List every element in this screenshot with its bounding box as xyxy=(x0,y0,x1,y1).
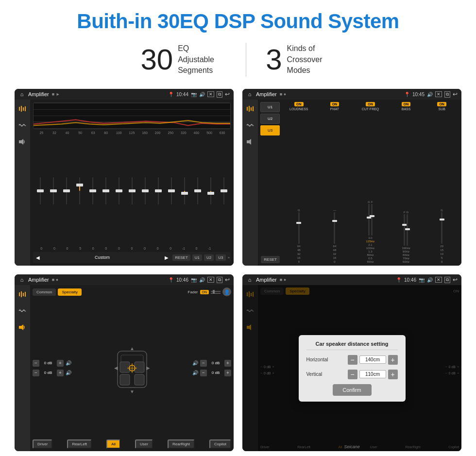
user-btn[interactable]: User xyxy=(135,439,153,449)
eq-slider-2[interactable] xyxy=(60,174,72,208)
specialty-top-bar: Common Specialty Fader ON xyxy=(33,287,231,296)
vol-minus-fr[interactable]: − xyxy=(200,360,207,367)
fader-on[interactable]: ON xyxy=(200,290,209,294)
u1-crossover[interactable]: U1 xyxy=(260,102,280,112)
reset-crossover[interactable]: RESET xyxy=(261,256,280,263)
vol-minus-fl[interactable]: − xyxy=(33,360,39,367)
driver-btn[interactable]: Driver xyxy=(33,439,52,449)
app-label-crossover: Amplifier xyxy=(256,91,277,97)
eq-slider-6[interactable] xyxy=(113,174,125,208)
eq-slider-14[interactable] xyxy=(218,174,230,208)
expand-icon[interactable]: » xyxy=(228,255,230,260)
eq-slider-11[interactable] xyxy=(178,174,190,208)
wave-icon-specialty[interactable] xyxy=(17,305,28,316)
next-btn[interactable]: ▶ xyxy=(163,253,170,261)
rear-right-btn[interactable]: RearRight xyxy=(168,439,195,449)
vertical-minus[interactable]: − xyxy=(348,370,357,379)
specialty-icons-top: ■ ● xyxy=(52,277,58,282)
u3-btn[interactable]: U3 xyxy=(216,254,225,261)
speaker-icon-specialty[interactable] xyxy=(17,322,28,333)
u2-btn[interactable]: U2 xyxy=(204,254,214,261)
speaker-icon-crossover[interactable] xyxy=(245,136,255,147)
svg-rect-17 xyxy=(211,293,221,294)
speaker-fr-icon: 🔊 xyxy=(192,360,198,366)
wave-icon-crossover[interactable] xyxy=(245,120,255,131)
back-icon-crossover[interactable]: ↩ xyxy=(453,91,458,98)
horizontal-plus[interactable]: + xyxy=(388,355,398,365)
u1-btn[interactable]: U1 xyxy=(192,254,202,261)
eq-icon-crossover[interactable] xyxy=(245,103,255,114)
horizontal-label: Horizontal xyxy=(306,357,336,362)
eq-slider-10[interactable] xyxy=(165,174,177,208)
window-icon-specialty[interactable]: ⧉ xyxy=(217,277,222,283)
loudness-on[interactable]: ON xyxy=(294,102,304,106)
back-icon-eq[interactable]: ↩ xyxy=(225,91,230,98)
speaker-icon-left[interactable] xyxy=(17,136,28,147)
phat-on[interactable]: ON xyxy=(330,102,340,106)
copilot-btn[interactable]: Copilot xyxy=(209,439,231,449)
confirm-button[interactable]: Confirm xyxy=(333,384,372,396)
svg-rect-8 xyxy=(251,107,252,111)
crossover-icons: ■ ● xyxy=(280,92,286,97)
eq-icon-specialty[interactable] xyxy=(17,289,28,300)
x-icon-eq[interactable]: ✕ xyxy=(207,91,214,97)
vertical-plus[interactable]: + xyxy=(388,370,398,379)
time-eq: 10:44 xyxy=(176,92,188,97)
bass-on[interactable]: ON xyxy=(402,102,411,106)
ch-bass: ON BASS F G xyxy=(389,102,424,263)
profile-icon[interactable]: 👤 xyxy=(222,287,231,296)
eq-slider-12[interactable] xyxy=(191,174,204,208)
eq-icon-active[interactable] xyxy=(17,103,28,114)
loudness-slider-g[interactable]: G xyxy=(298,209,300,244)
vol-minus-rr[interactable]: − xyxy=(200,370,207,376)
eq-slider-9[interactable] xyxy=(152,174,164,208)
eq-slider-7[interactable] xyxy=(126,174,138,208)
eq-slider-4[interactable] xyxy=(86,174,99,208)
x-icon-specialty[interactable]: ✕ xyxy=(207,277,214,283)
home-icon[interactable]: ⌂ xyxy=(18,91,25,98)
vol-plus-rl[interactable]: + xyxy=(57,370,64,376)
cutfreq-on[interactable]: ON xyxy=(366,102,375,106)
window-icon-eq[interactable]: ⧉ xyxy=(217,91,222,98)
reset-btn-eq[interactable]: RESET xyxy=(172,254,190,261)
eq-slider-3[interactable] xyxy=(73,174,85,208)
eq-slider-1[interactable] xyxy=(47,174,59,208)
eq-slider-8[interactable] xyxy=(139,174,151,208)
window-icon-dialog[interactable]: ⧉ xyxy=(444,277,450,283)
location-icon: 📍 xyxy=(168,92,174,97)
home-icon-specialty[interactable]: ⌂ xyxy=(18,276,25,283)
home-icon-dialog[interactable]: ⌂ xyxy=(246,276,253,283)
back-icon-specialty[interactable]: ↩ xyxy=(225,276,230,283)
eq-slider-13[interactable] xyxy=(204,174,217,208)
horizontal-minus[interactable]: − xyxy=(348,355,357,365)
vol-plus-fl[interactable]: + xyxy=(57,360,64,367)
home-icon-crossover[interactable]: ⌂ xyxy=(246,91,253,98)
u2-crossover[interactable]: U2 xyxy=(260,114,280,124)
x-icon-dialog[interactable]: ✕ xyxy=(435,277,442,283)
status-right-crossover: 📍 10:45 🔊 ✕ ⧉ ↩ xyxy=(404,91,458,98)
eq-slider-0[interactable] xyxy=(34,174,46,208)
common-tab[interactable]: Common xyxy=(33,288,56,296)
vol-minus-rl[interactable]: − xyxy=(33,370,39,376)
prev-btn[interactable]: ◀ xyxy=(34,253,42,261)
vol-plus-rr[interactable]: + xyxy=(224,370,231,376)
rear-left-btn[interactable]: RearLeft xyxy=(67,439,92,449)
u3-crossover[interactable]: U3 xyxy=(260,125,280,135)
time-crossover: 10:45 xyxy=(412,92,425,97)
vol-controls-right: 🔊 − 0 dB + 🔊 − 0 dB + xyxy=(192,298,231,438)
x-icon-crossover[interactable]: ✕ xyxy=(435,91,442,97)
screen-dialog: ⌂ Amplifier ■ ● 📍 10:46 📷 🔊 ✕ ⧉ ↩ xyxy=(242,274,461,451)
all-btn[interactable]: All xyxy=(106,439,120,449)
eq-slider-5[interactable] xyxy=(100,174,112,208)
specialty-tab[interactable]: Specialty xyxy=(58,288,81,296)
vol-plus-fr[interactable]: + xyxy=(224,360,231,367)
back-icon-dialog[interactable]: ↩ xyxy=(453,276,458,283)
svg-rect-22 xyxy=(135,362,144,372)
svg-rect-7 xyxy=(249,106,250,112)
specialty-main: Common Specialty Fader ON xyxy=(30,285,234,451)
window-icon-crossover[interactable]: ⧉ xyxy=(444,91,450,98)
screens-grid: ⌂ Amplifier ■ ► 📍 10:44 📷 🔊 ✕ ⧉ ↩ xyxy=(15,89,461,451)
wave-icon[interactable] xyxy=(17,120,28,131)
vol-value-rl: 0 dB xyxy=(41,371,55,375)
sub-on[interactable]: ON xyxy=(437,102,446,106)
